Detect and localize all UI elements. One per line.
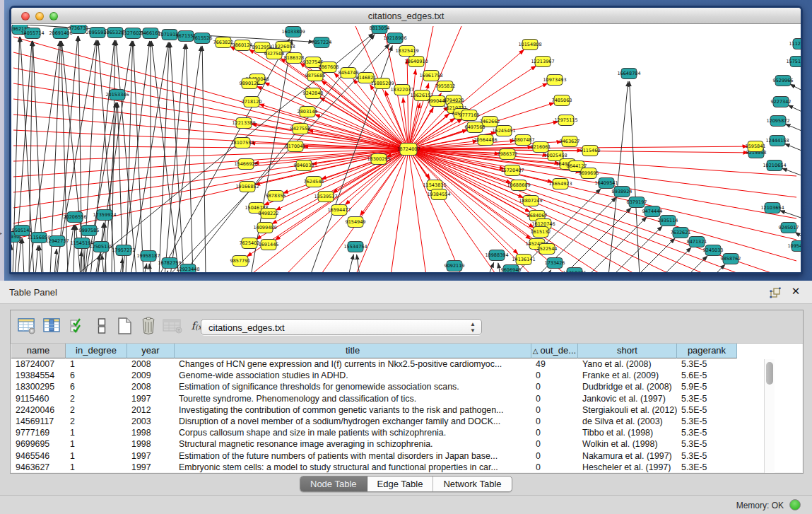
- table-cell: Tibbo et al. (1998): [578, 427, 677, 438]
- table-settings-button[interactable]: [16, 315, 37, 337]
- table-cell: 0: [531, 450, 578, 462]
- graph-node-label: 12942737: [45, 238, 69, 244]
- table-cell: 0: [531, 404, 578, 416]
- table-selector-dropdown[interactable]: citations_edges.txt ▲▼: [201, 319, 482, 335]
- table-row[interactable]: 1938455462009Genome-wide association stu…: [11, 370, 753, 381]
- table-cell: 9699695: [11, 438, 66, 450]
- column-header-in_degree[interactable]: in_degree: [66, 344, 127, 358]
- network-window: citations_edges.txt 19621571405571420691…: [9, 6, 803, 274]
- table-cell: 0: [531, 393, 578, 404]
- attribute-table: namein_degreeyeartitle△out_de...shortpag…: [11, 344, 753, 473]
- graph-node-label: 9115460: [580, 148, 601, 153]
- graph-node-label: 2867608: [319, 64, 339, 70]
- graph-node-label: 17957272: [112, 247, 135, 253]
- table-cell: Franke et al. (2009): [578, 370, 677, 381]
- table-row[interactable]: 2242004622012Investigating the contribut…: [11, 404, 753, 416]
- table-container: f(x) citations_edges.txt ▲▼ namein_degre…: [10, 310, 804, 474]
- table-row[interactable]: 969969511998Structural magnetic resonanc…: [11, 438, 753, 450]
- graph-node-label: 12923448: [176, 267, 199, 272]
- graph-node-label: 19958187: [136, 253, 160, 259]
- graph-node-label: 9146821: [356, 75, 377, 81]
- table-cell: Wolkin et al. (1998): [578, 438, 677, 450]
- table-row[interactable]: 1830029562008Estimation of significance …: [11, 381, 753, 392]
- table-cell: 5.9E-5: [677, 381, 737, 392]
- graph-node-label: 2803144: [298, 109, 318, 115]
- table-cell: Tourette syndrome. Phenomenology and cla…: [175, 393, 531, 404]
- graph-node-label: 16409541: [594, 180, 618, 186]
- table-cell: 5.3E-5: [677, 393, 737, 404]
- graph-node-label: 18300295: [367, 156, 390, 162]
- table-cell: 0: [531, 370, 578, 381]
- graph-node-label: 20691406: [49, 30, 72, 36]
- graph-node-label: 16594477: [327, 207, 351, 213]
- table-cell: 9777169: [11, 427, 66, 438]
- table-cell: 5.6E-5: [677, 370, 737, 381]
- graph-node-label: 19166852: [235, 184, 259, 189]
- tab-edge-table[interactable]: Edge Table: [367, 477, 434, 491]
- graph-node-label: 18107554: [230, 140, 254, 146]
- graph-node-label: 11128774: [789, 41, 801, 47]
- graph-node-label: 9606940: [501, 267, 522, 273]
- table-panel-title: Table Panel: [9, 287, 57, 298]
- table-cell: 5.3E-5: [677, 427, 737, 438]
- tab-node-table[interactable]: Node Table: [300, 477, 367, 491]
- table-scrollbar[interactable]: [764, 359, 775, 473]
- table-cell: 49: [531, 358, 578, 370]
- close-panel-icon[interactable]: ✕: [789, 285, 802, 298]
- delete-column-button[interactable]: [138, 315, 159, 337]
- table-panel: Table Panel ✕: [0, 281, 812, 514]
- table-cell: Genome-wide association studies in ADHD.: [175, 370, 531, 381]
- graph-node-label: 2718120: [242, 99, 262, 105]
- delete-table-button[interactable]: [162, 315, 183, 337]
- graph-node-label: 20206556: [63, 214, 86, 220]
- graph-node-label: 10154808: [518, 42, 541, 47]
- table-cell: Structural magnetic resonance image aver…: [175, 438, 531, 450]
- column-header-name[interactable]: name: [11, 344, 66, 358]
- graph-node-label: 10210654: [763, 163, 786, 168]
- table-row[interactable]: 1456911722003Disruption of a novel membe…: [11, 416, 753, 427]
- table-row[interactable]: 911546021997Tourette syndrome. Phenomeno…: [11, 393, 753, 404]
- table-cell: Nakamura et al. (1997): [578, 450, 677, 462]
- graph-node-label: 17359924: [93, 212, 116, 218]
- select-rows-button[interactable]: [67, 315, 88, 337]
- float-panel-icon[interactable]: [769, 286, 782, 299]
- graph-node-label: 9463627: [560, 139, 580, 144]
- new-column-button[interactable]: [114, 315, 135, 337]
- select-columns-button[interactable]: [42, 315, 63, 337]
- table-row[interactable]: 1872400712008Changes of HCN gene express…: [11, 358, 753, 370]
- table-cell: 0: [531, 416, 578, 427]
- table-cell: Investigating the contribution of common…: [175, 404, 531, 416]
- table-cell: 2003: [127, 416, 175, 427]
- table-cell: 2: [66, 393, 127, 404]
- graph-node-label: 9327508: [264, 51, 285, 57]
- graph-node-label: 18325419: [395, 48, 418, 54]
- graph-node-label: 6379197: [627, 199, 647, 205]
- window-title-bar: citations_edges.txt: [11, 8, 801, 24]
- graph-node-label: 7986372: [498, 151, 518, 157]
- column-header-pagerank[interactable]: pagerank: [677, 344, 737, 358]
- graph-node-label: 7624544: [304, 179, 324, 185]
- tab-network-table[interactable]: Network Table: [433, 477, 511, 491]
- table-cell: de Silva et al. (2003): [578, 416, 677, 427]
- column-header-out_de[interactable]: △out_de...: [531, 344, 578, 358]
- column-header-short[interactable]: short: [578, 344, 677, 358]
- table-cell: 1998: [127, 427, 175, 438]
- table-row[interactable]: 977716911998Corpus callosum shape and si…: [11, 427, 753, 438]
- table-cell: Estimation of the future numbers of pati…: [175, 450, 531, 462]
- table-cell: 18724007: [11, 358, 66, 370]
- table-cell: Stergiakouli et al. (2012): [578, 404, 677, 416]
- table-row[interactable]: 946554611997Estimation of the future num…: [11, 450, 753, 462]
- graph-node-label: 1595841: [746, 144, 766, 149]
- network-canvas[interactable]: 1962157140557142069140697367312095593410…: [11, 25, 801, 274]
- graph-node-label: 13654923: [548, 181, 572, 187]
- column-header-year[interactable]: year: [127, 344, 175, 358]
- table-row[interactable]: 946362711997Embryonic stem cells: a mode…: [11, 462, 753, 473]
- table-cell: 1998: [127, 438, 175, 450]
- scrollbar-thumb[interactable]: [766, 362, 773, 385]
- toggle-rows-button[interactable]: [91, 315, 112, 337]
- graph-node-label: 6497568: [465, 124, 486, 130]
- graph-node-label: 15751074: [786, 59, 801, 64]
- column-header-title[interactable]: title: [175, 344, 531, 358]
- graph-node-label: 8216061: [531, 144, 551, 150]
- table-cell: 6: [66, 381, 127, 392]
